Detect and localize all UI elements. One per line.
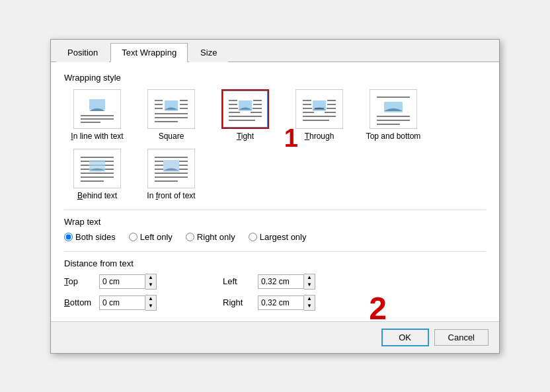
left-spin-buttons: ▲ ▼: [304, 274, 315, 290]
distance-left-row: Left 0.32 cm ▲ ▼: [223, 274, 315, 290]
bottom-input[interactable]: 0 cm: [99, 295, 145, 310]
radio-largest-only[interactable]: Largest only: [249, 232, 307, 242]
dialog: Position Text Wrapping Size Wrapping sty…: [50, 39, 500, 354]
distance-right-row: Right 0.32 cm ▲ ▼: [223, 295, 315, 311]
distance-col-left: Top 0 cm ▲ ▼ Bottom 0 cm ▲: [64, 274, 157, 311]
tab-bar: Position Text Wrapping Size: [51, 40, 499, 62]
left-spin-down[interactable]: ▼: [304, 282, 315, 289]
style-inline[interactable]: In line with text: [64, 89, 130, 141]
bottom-label: Bottom: [64, 297, 94, 307]
bottom-spin-up[interactable]: ▲: [145, 295, 156, 303]
right-spin-down[interactable]: ▼: [304, 303, 315, 310]
right-input[interactable]: 0.32 cm: [258, 295, 304, 310]
radio-largest-only-label: Largest only: [260, 232, 307, 242]
style-icon-tight: [221, 89, 269, 129]
left-spin-up[interactable]: ▲: [304, 274, 315, 282]
cancel-button[interactable]: Cancel: [434, 329, 489, 346]
wrap-text-label: Wrap text: [64, 217, 486, 227]
top-spin-down[interactable]: ▼: [145, 282, 156, 289]
dialog-content: Wrapping style In line with text: [51, 62, 499, 321]
style-label-infront: In front of text: [147, 191, 195, 200]
distance-rows: Top 0 cm ▲ ▼ Bottom 0 cm ▲: [64, 274, 486, 311]
divider-1: [64, 210, 486, 210]
left-spinner: 0.32 cm ▲ ▼: [258, 274, 315, 290]
wrapping-style-label: Wrapping style: [64, 73, 486, 83]
style-topbottom[interactable]: Top and bottom: [360, 89, 426, 141]
radio-left-only[interactable]: Left only: [129, 232, 173, 242]
style-icon-topbottom: [370, 89, 417, 129]
style-label-tight: Tight: [237, 132, 254, 141]
style-icon-infront: [147, 149, 195, 188]
style-behind[interactable]: Behind text: [64, 149, 130, 200]
right-label: Right: [223, 297, 253, 307]
radio-right-only-label: Right only: [197, 232, 235, 242]
left-input[interactable]: 0.32 cm: [258, 274, 304, 289]
style-label-through: Through: [305, 132, 334, 141]
style-label-behind: Behind text: [77, 191, 117, 200]
distance-label: Distance from text: [64, 258, 486, 268]
radio-right-only[interactable]: Right only: [186, 232, 235, 242]
style-square[interactable]: Square: [138, 89, 204, 141]
style-icon-through: [295, 89, 343, 129]
radio-both-sides-label: Both sides: [75, 232, 116, 242]
right-spin-up[interactable]: ▲: [304, 295, 315, 303]
style-icon-behind: [73, 149, 121, 188]
style-label-inline: In line with text: [71, 132, 123, 141]
left-label: Left: [223, 276, 253, 286]
bottom-bar: 2 OK Cancel: [51, 321, 499, 353]
top-label: Top: [64, 276, 94, 286]
style-icon-square: [147, 89, 195, 129]
style-label-square: Square: [159, 132, 184, 141]
radio-left-only-label: Left only: [140, 232, 173, 242]
radio-both-sides[interactable]: Both sides: [64, 232, 116, 242]
right-spin-buttons: ▲ ▼: [304, 295, 315, 311]
tab-text-wrapping[interactable]: Text Wrapping: [110, 43, 188, 62]
svg-rect-0: [89, 99, 105, 110]
style-label-topbottom: Top and bottom: [366, 132, 421, 141]
distance-col-right: Left 0.32 cm ▲ ▼ Right 0.32 cm ▲: [223, 274, 315, 311]
bottom-spin-down[interactable]: ▼: [145, 303, 156, 310]
style-infront[interactable]: In front of text: [138, 149, 204, 200]
style-icon-inline: [73, 89, 121, 129]
style-tight[interactable]: Tight 1: [212, 89, 278, 141]
tab-position[interactable]: Position: [56, 43, 109, 62]
distance-top-row: Top 0 cm ▲ ▼: [64, 274, 157, 290]
wrapping-style-grid: In line with text: [64, 89, 486, 200]
tab-size[interactable]: Size: [189, 43, 228, 62]
top-spin-up[interactable]: ▲: [145, 274, 156, 282]
top-spin-buttons: ▲ ▼: [145, 274, 157, 290]
bottom-spinner: 0 cm ▲ ▼: [99, 295, 157, 311]
bottom-spin-buttons: ▲ ▼: [145, 295, 157, 311]
wrap-text-radio-group: Both sides Left only Right only Largest …: [64, 232, 486, 242]
distance-bottom-row: Bottom 0 cm ▲ ▼: [64, 295, 157, 311]
divider-2: [64, 251, 486, 252]
ok-button[interactable]: OK: [381, 329, 429, 346]
right-spinner: 0.32 cm ▲ ▼: [258, 295, 315, 311]
top-input[interactable]: 0 cm: [99, 274, 145, 289]
annotation-marker-2: 2: [369, 290, 387, 327]
top-spinner: 0 cm ▲ ▼: [99, 274, 157, 290]
